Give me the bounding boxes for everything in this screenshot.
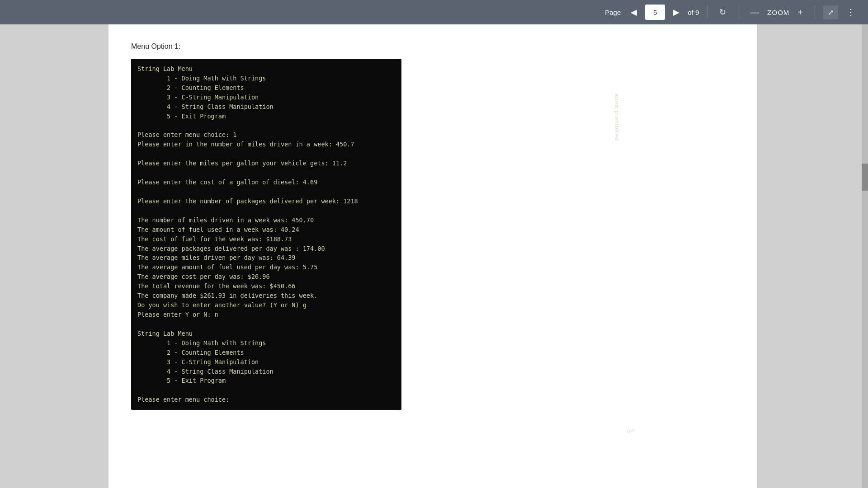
zoom-out-button[interactable]: — bbox=[746, 5, 763, 19]
page-container: Menu Option 1: String Lab Menu 1 - Doing… bbox=[108, 24, 757, 488]
zoom-label: ZOOM bbox=[767, 9, 789, 16]
terminal-box: String Lab Menu 1 - Doing Math with Stri… bbox=[131, 59, 401, 410]
terminal-content: String Lab Menu 1 - Doing Math with Stri… bbox=[137, 64, 395, 404]
section-title: Menu Option 1: bbox=[131, 42, 735, 51]
left-sidebar bbox=[0, 24, 108, 488]
next-page-button[interactable]: ▶ bbox=[670, 5, 683, 19]
expand-button[interactable]: ⤢ bbox=[823, 5, 838, 19]
prev-page-button[interactable]: ◀ bbox=[627, 5, 641, 19]
divider-3 bbox=[815, 5, 815, 19]
watermark-2: ow bbox=[626, 426, 636, 435]
divider-1 bbox=[707, 5, 708, 19]
toolbar: Page ◀ ▶ of 9 ↻ — ZOOM + ⤢ ⋮ bbox=[0, 0, 868, 24]
divider-2 bbox=[738, 5, 738, 19]
right-sidebar bbox=[757, 24, 868, 488]
zoom-in-button[interactable]: + bbox=[794, 5, 807, 19]
page-label: Page bbox=[605, 9, 621, 16]
watermark-1: ation prohibited. bbox=[614, 94, 621, 143]
refresh-button[interactable]: ↻ bbox=[716, 5, 730, 19]
page-number-input[interactable] bbox=[645, 5, 665, 20]
total-pages: of 9 bbox=[688, 9, 699, 16]
scrollbar-thumb[interactable] bbox=[862, 164, 868, 191]
content-area: Menu Option 1: String Lab Menu 1 - Doing… bbox=[0, 24, 868, 488]
scrollbar-track bbox=[862, 24, 868, 488]
menu-button[interactable]: ⋮ bbox=[843, 5, 859, 19]
